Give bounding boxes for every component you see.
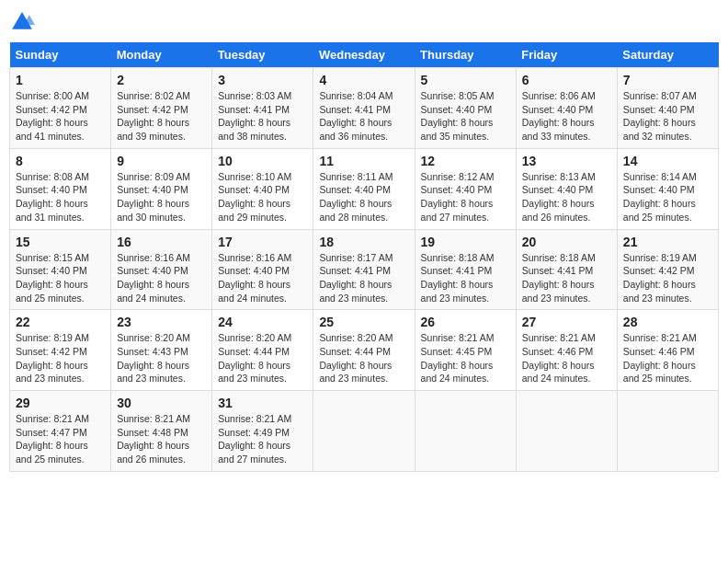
page-header [9, 9, 719, 35]
calendar-cell: 17 Sunrise: 8:16 AM Sunset: 4:40 PM Dayl… [212, 229, 313, 310]
sunset-time: 4:40 PM [51, 265, 87, 276]
day-info: Sunrise: 8:00 AM Sunset: 4:42 PM Dayligh… [16, 89, 105, 144]
sunrise-label: Sunrise: [218, 332, 256, 343]
sunrise-label: Sunrise: [319, 90, 357, 101]
sunset-label: Sunset: [319, 184, 355, 195]
calendar-day-header: Saturday [617, 42, 718, 68]
sunrise-time: 8:08 AM [53, 171, 89, 182]
sunset-label: Sunset: [16, 346, 51, 357]
sunrise-label: Sunrise: [218, 171, 256, 182]
calendar-week-row: 15 Sunrise: 8:15 AM Sunset: 4:40 PM Dayl… [10, 229, 719, 310]
day-info: Sunrise: 8:19 AM Sunset: 4:42 PM Dayligh… [623, 251, 712, 305]
sunrise-time: 8:04 AM [358, 90, 393, 101]
day-number: 31 [218, 396, 307, 410]
sunrise-time: 8:11 AM [358, 171, 393, 182]
sunset-time: 4:40 PM [456, 104, 492, 115]
sunrise-time: 8:20 AM [155, 332, 191, 343]
sunset-time: 4:47 PM [51, 427, 87, 438]
day-info: Sunrise: 8:09 AM Sunset: 4:40 PM Dayligh… [117, 170, 206, 224]
sunrise-time: 8:16 AM [155, 252, 191, 263]
day-number: 17 [218, 235, 307, 249]
day-number: 3 [218, 73, 307, 87]
sunrise-time: 8:02 AM [155, 90, 191, 101]
sunset-label: Sunset: [421, 184, 457, 195]
calendar-cell: 2 Sunrise: 8:02 AM Sunset: 4:42 PM Dayli… [111, 68, 212, 149]
calendar-cell: 9 Sunrise: 8:09 AM Sunset: 4:40 PM Dayli… [111, 148, 212, 229]
sunset-time: 4:41 PM [254, 104, 290, 115]
sunset-label: Sunset: [319, 346, 355, 357]
sunrise-label: Sunrise: [421, 171, 459, 182]
calendar-cell: 12 Sunrise: 8:12 AM Sunset: 4:40 PM Dayl… [415, 148, 516, 229]
sunset-time: 4:40 PM [51, 184, 87, 195]
sunset-label: Sunset: [421, 265, 457, 276]
day-info: Sunrise: 8:08 AM Sunset: 4:40 PM Dayligh… [16, 170, 105, 224]
calendar-cell: 20 Sunrise: 8:18 AM Sunset: 4:41 PM Dayl… [516, 229, 617, 310]
daylight-label: Daylight: 8 hours and 26 minutes. [522, 198, 595, 223]
day-info: Sunrise: 8:20 AM Sunset: 4:43 PM Dayligh… [117, 331, 206, 385]
daylight-label: Daylight: 8 hours and 23 minutes. [319, 279, 392, 304]
sunrise-time: 8:21 AM [155, 413, 191, 424]
logo [9, 9, 39, 35]
sunset-time: 4:40 PM [355, 184, 391, 195]
calendar-cell: 6 Sunrise: 8:06 AM Sunset: 4:40 PM Dayli… [516, 68, 617, 149]
day-number: 23 [117, 315, 206, 329]
sunrise-time: 8:09 AM [155, 171, 191, 182]
sunrise-time: 8:21 AM [661, 332, 697, 343]
daylight-label: Daylight: 8 hours and 23 minutes. [117, 360, 189, 385]
sunrise-label: Sunrise: [522, 171, 560, 182]
calendar-cell: 31 Sunrise: 8:21 AM Sunset: 4:49 PM Dayl… [212, 391, 313, 472]
daylight-label: Daylight: 8 hours and 27 minutes. [218, 440, 290, 465]
sunset-label: Sunset: [522, 104, 558, 115]
day-info: Sunrise: 8:06 AM Sunset: 4:40 PM Dayligh… [522, 89, 611, 144]
sunset-label: Sunset: [623, 104, 659, 115]
sunrise-time: 8:17 AM [358, 252, 393, 263]
day-number: 4 [319, 73, 408, 87]
daylight-label: Daylight: 8 hours and 36 minutes. [319, 117, 392, 142]
sunset-label: Sunset: [421, 346, 457, 357]
sunset-time: 4:40 PM [254, 184, 290, 195]
sunrise-time: 8:16 AM [256, 252, 292, 263]
sunset-time: 4:42 PM [51, 104, 87, 115]
sunset-label: Sunset: [117, 265, 153, 276]
day-info: Sunrise: 8:20 AM Sunset: 4:44 PM Dayligh… [218, 331, 307, 385]
daylight-label: Daylight: 8 hours and 39 minutes. [117, 117, 189, 142]
calendar-body: 1 Sunrise: 8:00 AM Sunset: 4:42 PM Dayli… [10, 68, 719, 472]
day-info: Sunrise: 8:21 AM Sunset: 4:47 PM Dayligh… [16, 412, 105, 466]
sunset-time: 4:40 PM [153, 265, 188, 276]
calendar-table: SundayMondayTuesdayWednesdayThursdayFrid… [9, 42, 719, 472]
daylight-label: Daylight: 8 hours and 24 minutes. [421, 360, 494, 385]
daylight-label: Daylight: 8 hours and 23 minutes. [522, 279, 595, 304]
sunset-time: 4:48 PM [153, 427, 188, 438]
sunset-label: Sunset: [623, 265, 659, 276]
logo-icon [9, 9, 35, 35]
sunrise-label: Sunrise: [522, 252, 560, 263]
day-number: 24 [218, 315, 307, 329]
daylight-label: Daylight: 8 hours and 24 minutes. [522, 360, 595, 385]
day-info: Sunrise: 8:18 AM Sunset: 4:41 PM Dayligh… [421, 251, 510, 305]
sunrise-label: Sunrise: [117, 90, 154, 101]
sunset-label: Sunset: [623, 184, 659, 195]
daylight-label: Daylight: 8 hours and 23 minutes. [319, 360, 392, 385]
calendar-cell: 30 Sunrise: 8:21 AM Sunset: 4:48 PM Dayl… [111, 391, 212, 472]
calendar-day-header: Tuesday [212, 42, 313, 68]
daylight-label: Daylight: 8 hours and 26 minutes. [117, 440, 189, 465]
calendar-cell: 1 Sunrise: 8:00 AM Sunset: 4:42 PM Dayli… [10, 68, 111, 149]
sunrise-time: 8:15 AM [53, 252, 89, 263]
calendar-cell: 28 Sunrise: 8:21 AM Sunset: 4:46 PM Dayl… [617, 310, 718, 391]
sunrise-label: Sunrise: [117, 332, 154, 343]
daylight-label: Daylight: 8 hours and 32 minutes. [623, 117, 696, 142]
calendar-cell: 10 Sunrise: 8:10 AM Sunset: 4:40 PM Dayl… [212, 148, 313, 229]
calendar-cell: 24 Sunrise: 8:20 AM Sunset: 4:44 PM Dayl… [212, 310, 313, 391]
sunrise-label: Sunrise: [117, 171, 154, 182]
sunset-time: 4:43 PM [153, 346, 188, 357]
day-number: 5 [421, 73, 510, 87]
day-number: 29 [16, 396, 105, 410]
calendar-cell: 29 Sunrise: 8:21 AM Sunset: 4:47 PM Dayl… [10, 391, 111, 472]
calendar-cell: 11 Sunrise: 8:11 AM Sunset: 4:40 PM Dayl… [313, 148, 415, 229]
calendar-cell: 16 Sunrise: 8:16 AM Sunset: 4:40 PM Dayl… [111, 229, 212, 310]
sunset-label: Sunset: [16, 265, 51, 276]
daylight-label: Daylight: 8 hours and 29 minutes. [218, 198, 290, 223]
sunrise-time: 8:18 AM [459, 252, 495, 263]
calendar-day-header: Thursday [415, 42, 516, 68]
daylight-label: Daylight: 8 hours and 38 minutes. [218, 117, 290, 142]
